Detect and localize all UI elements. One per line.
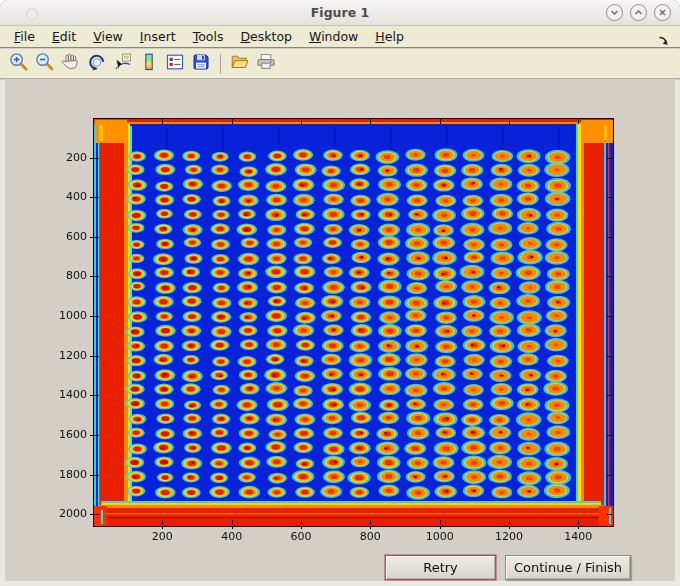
y-axis-tick-label: 2000	[41, 507, 87, 520]
retry-button[interactable]: Retry	[385, 555, 496, 580]
menu-items: FileEditViewInsertToolsDesktopWindowHelp	[14, 29, 421, 44]
titlebar: Figure 1	[0, 0, 680, 26]
colorbar-icon	[139, 52, 159, 75]
zoom-in-button[interactable]	[7, 51, 32, 76]
data-cursor-icon	[113, 52, 133, 75]
menu-help[interactable]: Help	[375, 29, 404, 44]
y-axis-tick-label: 600	[41, 230, 87, 243]
x-axis-tick-label: 800	[360, 530, 381, 543]
window-controls	[606, 4, 671, 21]
y-axis-tick-label: 1600	[41, 428, 87, 441]
dock-arrow-icon[interactable]	[658, 31, 669, 50]
menu-file[interactable]: File	[14, 29, 35, 44]
toolbar	[0, 49, 680, 79]
menu-tools[interactable]: Tools	[193, 29, 224, 44]
menu-desktop[interactable]: Desktop	[240, 29, 292, 44]
zoom-in-icon	[9, 52, 29, 75]
zoom-out-icon	[35, 52, 55, 75]
menubar: FileEditViewInsertToolsDesktopWindowHelp	[0, 26, 680, 48]
data-cursor-button[interactable]	[111, 51, 136, 76]
y-axis-tick-label: 1800	[41, 468, 87, 481]
x-axis-tick-label: 1000	[426, 530, 454, 543]
menu-window[interactable]: Window	[309, 29, 358, 44]
minimize-button[interactable]	[606, 4, 623, 21]
rotate-3d-icon	[87, 52, 107, 75]
legend-icon	[165, 52, 185, 75]
pan-button[interactable]	[59, 51, 84, 76]
menu-view[interactable]: View	[93, 29, 123, 44]
continue-finish-button[interactable]: Continue / Finish	[505, 555, 631, 580]
figure-window: Figure 1 FileEditViewInsertToolsDesktopW…	[0, 0, 680, 586]
zoom-out-button[interactable]	[33, 51, 58, 76]
print-button[interactable]	[254, 51, 279, 76]
rotate-3d-button[interactable]	[85, 51, 110, 76]
maximize-button[interactable]	[630, 4, 647, 21]
print-icon	[256, 52, 276, 75]
toolbar-separator	[220, 54, 221, 74]
x-axis-tick-label: 200	[152, 530, 173, 543]
y-axis-tick-label: 1000	[41, 309, 87, 322]
menu-edit[interactable]: Edit	[52, 29, 76, 44]
figure-client-area: 2004006008001000120014002004006008001000…	[0, 80, 680, 586]
legend-button[interactable]	[163, 51, 188, 76]
window-title: Figure 1	[0, 5, 680, 20]
x-axis-tick-label: 1200	[495, 530, 523, 543]
x-axis-tick-label: 1400	[564, 530, 592, 543]
chevron-up-icon	[634, 8, 643, 17]
colorbar-button[interactable]	[137, 51, 162, 76]
open-button[interactable]	[228, 51, 253, 76]
x-axis-tick-label: 400	[221, 530, 242, 543]
save-button[interactable]	[189, 51, 214, 76]
chevron-down-icon	[610, 8, 619, 17]
y-axis-tick-label: 200	[41, 151, 87, 164]
y-axis-tick-label: 1200	[41, 349, 87, 362]
y-axis-tick-label: 1400	[41, 388, 87, 401]
y-axis-tick-label: 400	[41, 190, 87, 203]
menu-insert[interactable]: Insert	[140, 29, 176, 44]
y-axis-tick-label: 800	[41, 269, 87, 282]
close-icon	[658, 8, 667, 17]
pan-icon	[61, 52, 81, 75]
open-icon	[230, 52, 250, 75]
plate-heatmap-canvas	[5, 80, 675, 581]
x-axis-tick-label: 600	[291, 530, 312, 543]
save-icon	[191, 52, 211, 75]
close-button[interactable]	[654, 4, 671, 21]
